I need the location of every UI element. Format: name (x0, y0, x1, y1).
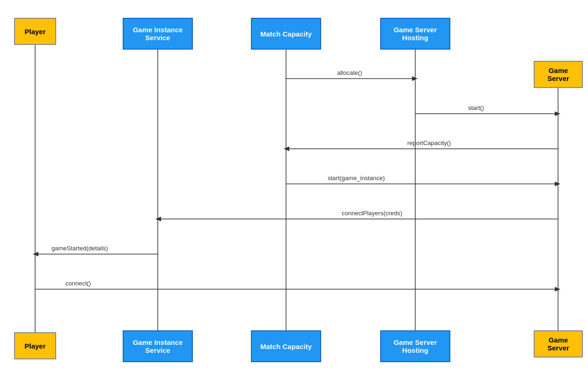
svg-text:connect(): connect() (66, 280, 91, 287)
game-instance-service-top: Game InstanceService (123, 18, 193, 50)
diagram-svg: allocate() start() reportCapacity() star… (0, 0, 588, 372)
svg-marker-12 (284, 146, 289, 151)
svg-marker-9 (555, 111, 560, 116)
game-server-bottom: Game Server (534, 330, 583, 357)
svg-marker-21 (33, 252, 38, 256)
svg-text:connectPlayers(creds): connectPlayers(creds) (342, 210, 402, 217)
match-capacity-top: Match Capacity (251, 18, 321, 50)
svg-marker-18 (155, 217, 161, 221)
svg-marker-24 (555, 287, 560, 292)
game-server-hosting-top: Game ServerHosting (380, 18, 450, 50)
svg-text:start(): start() (468, 104, 484, 111)
sequence-diagram: Player Game InstanceService Match Capaci… (0, 0, 588, 372)
match-capacity-bottom: Match Capacity (251, 330, 321, 362)
svg-marker-15 (555, 182, 560, 186)
svg-text:start(game_instance): start(game_instance) (328, 175, 385, 182)
game-server-top: Game Server (534, 61, 583, 88)
player-bottom: Player (14, 332, 56, 359)
svg-text:allocate(): allocate() (337, 69, 362, 76)
svg-text:gameStarted(details): gameStarted(details) (51, 245, 108, 252)
svg-marker-6 (412, 76, 418, 81)
game-server-hosting-bottom: Game ServerHosting (380, 330, 450, 362)
player-top: Player (14, 18, 56, 45)
svg-text:reportCapacity(): reportCapacity() (407, 139, 451, 146)
game-instance-service-bottom: Game InstanceService (123, 330, 193, 362)
